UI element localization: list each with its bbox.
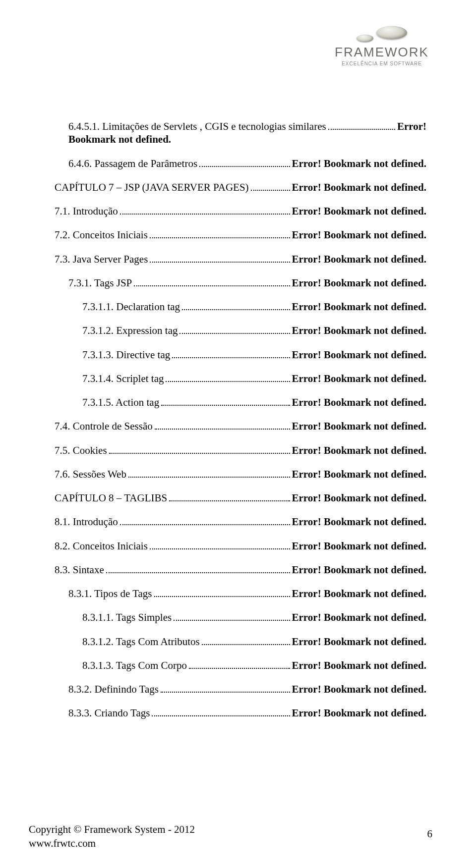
toc-leader-dots (120, 524, 290, 525)
toc-entry-error: Error! Bookmark not defined. (292, 659, 426, 672)
toc-entry: 8.3.1.2. Tags Com AtributosError! Bookma… (55, 635, 426, 648)
toc-entry-error: Error! Bookmark not defined. (292, 228, 426, 241)
toc-entry-error: Error! Bookmark not defined. (292, 205, 426, 217)
toc-entry-label: 7.5. Cookies (55, 444, 107, 457)
toc-leader-dots (106, 572, 290, 573)
toc-entry: 7.5. CookiesError! Bookmark not defined. (55, 444, 426, 457)
toc-entry: 7.3.1.4. Scriplet tagError! Bookmark not… (55, 372, 426, 385)
toc-entry: 7.3. Java Server PagesError! Bookmark no… (55, 253, 426, 266)
toc-entry-label: 8.3.3. Criando Tags (68, 706, 150, 719)
toc-entry-error-line2: Bookmark not defined. (68, 133, 426, 146)
toc-entry: 8.3.1.3. Tags Com CorpoError! Bookmark n… (55, 659, 426, 672)
toc-entry-label: 7.3.1. Tags JSP (68, 276, 132, 289)
toc-leader-dots (128, 477, 290, 478)
toc-entry: 7.1. IntroduçãoError! Bookmark not defin… (55, 205, 426, 217)
toc-leader-dots (328, 129, 395, 130)
toc-entry: 7.3.1.2. Expression tagError! Bookmark n… (55, 324, 426, 337)
toc-entry: 7.6. Sessões WebError! Bookmark not defi… (55, 468, 426, 481)
toc-entry-label: 7.3.1.1. Declaration tag (82, 300, 180, 313)
toc-entry-label: 8.3. Sintaxe (55, 563, 104, 576)
toc-entry: 7.2. Conceitos IniciaisError! Bookmark n… (55, 228, 426, 241)
toc-leader-dots (154, 596, 290, 597)
toc-entry-label: 8.3.1.3. Tags Com Corpo (82, 659, 187, 672)
logo-tagline: EXCELÊNCIA EM SOFTWARE (317, 61, 446, 66)
footer-page-number: 6 (427, 828, 433, 840)
toc-entry-error: Error! Bookmark not defined. (292, 372, 426, 385)
toc-entry: 8.1. IntroduçãoError! Bookmark not defin… (55, 515, 426, 528)
toc-entry-label: 8.3.1.1. Tags Simples (82, 611, 172, 624)
toc-entry-label: 6.4.6. Passagem de Parâmetros (68, 157, 197, 170)
toc-entry: 8.3.1. Tipos de TagsError! Bookmark not … (55, 587, 426, 600)
toc-entry-error: Error! Bookmark not defined. (292, 348, 426, 361)
coin-small-icon (356, 35, 374, 43)
toc-leader-dots (166, 381, 290, 382)
toc-leader-dots (172, 357, 290, 358)
footer-left: Copyright © Framework System - 2012 www.… (29, 823, 195, 850)
toc-leader-dots (189, 668, 290, 669)
toc-entry: 7.3.1.5. Action tagError! Bookmark not d… (55, 396, 426, 409)
page: FRAMEWORK EXCELÊNCIA EM SOFTWARE 6.4.5.1… (0, 0, 476, 868)
toc-entry: 6.4.6. Passagem de ParâmetrosError! Book… (55, 157, 426, 170)
toc-leader-dots (202, 644, 290, 645)
toc-entry-error: Error! (397, 120, 426, 133)
toc-entry-label: 7.3.1.5. Action tag (82, 396, 159, 409)
toc-entry-error: Error! Bookmark not defined. (292, 396, 426, 409)
toc-entry-label: 7.3.1.2. Expression tag (82, 324, 178, 337)
toc-entry: 8.3.1.1. Tags SimplesError! Bookmark not… (55, 611, 426, 624)
toc-entry-label: 8.1. Introdução (55, 515, 118, 528)
toc-entry: 8.3.2. Definindo TagsError! Bookmark not… (55, 683, 426, 696)
toc-entry-error: Error! Bookmark not defined. (292, 706, 426, 719)
footer-copyright: Copyright © Framework System - 2012 (29, 823, 195, 836)
toc-leader-dots (120, 214, 290, 215)
toc-leader-dots (161, 405, 290, 406)
toc-entry-error: Error! Bookmark not defined. (292, 491, 426, 504)
toc-entry: 8.3. SintaxeError! Bookmark not defined. (55, 563, 426, 576)
toc-entry-label: 8.2. Conceitos Iniciais (55, 540, 148, 552)
toc-entry-label: 7.4. Controle de Sessão (55, 420, 153, 433)
toc-entry-label: 8.3.1.2. Tags Com Atributos (82, 635, 200, 648)
logo-brand: FRAMEWORK (317, 45, 446, 60)
toc-entry-error: Error! Bookmark not defined. (292, 540, 426, 552)
toc-leader-dots (150, 262, 290, 263)
toc-entry: 7.3.1.3. Directive tagError! Bookmark no… (55, 348, 426, 361)
toc-entry-label: 7.2. Conceitos Iniciais (55, 228, 148, 241)
toc-entry-label: 7.3. Java Server Pages (55, 253, 148, 266)
toc-entry-label: 7.6. Sessões Web (55, 468, 126, 481)
toc-entry: 7.3.1.1. Declaration tagError! Bookmark … (55, 300, 426, 313)
toc-entry-error: Error! Bookmark not defined. (292, 635, 426, 648)
toc-entry-label: 7.3.1.3. Directive tag (82, 348, 170, 361)
toc-entry-label: CAPÍTULO 8 – TAGLIBS (55, 491, 167, 504)
toc-entry-error: Error! Bookmark not defined. (292, 468, 426, 481)
toc-entry-error: Error! Bookmark not defined. (292, 515, 426, 528)
logo-block: FRAMEWORK EXCELÊNCIA EM SOFTWARE (317, 23, 446, 66)
toc-leader-dots (109, 453, 290, 454)
toc-entry-error: Error! Bookmark not defined. (292, 276, 426, 289)
coin-big-icon (375, 26, 408, 39)
toc-entry: 8.3.3. Criando TagsError! Bookmark not d… (55, 706, 426, 719)
toc-entry: CAPÍTULO 8 – TAGLIBSError! Bookmark not … (55, 491, 426, 504)
toc-leader-dots (199, 166, 290, 167)
toc-entry: 6.4.5.1. Limitações de Servlets , CGIS e… (55, 120, 426, 146)
toc-entry-label: 7.1. Introdução (55, 205, 118, 217)
toc-entry-error: Error! Bookmark not defined. (292, 300, 426, 313)
toc-leader-dots (150, 237, 290, 238)
toc-leader-dots (150, 548, 290, 549)
toc-entry-label: 8.3.2. Definindo Tags (68, 683, 159, 696)
toc-entry-label: 6.4.5.1. Limitações de Servlets , CGIS e… (68, 120, 326, 133)
toc-leader-dots (174, 620, 290, 621)
toc-entry-label: CAPÍTULO 7 – JSP (JAVA SERVER PAGES) (55, 181, 249, 194)
toc-entry-error: Error! Bookmark not defined. (292, 611, 426, 624)
toc-entry-error: Error! Bookmark not defined. (292, 420, 426, 433)
toc-entry-error: Error! Bookmark not defined. (292, 587, 426, 600)
toc-leader-dots (182, 309, 290, 310)
toc-leader-dots (152, 715, 290, 716)
toc-leader-dots (155, 429, 290, 430)
toc-entry-label: 7.3.1.4. Scriplet tag (82, 372, 164, 385)
toc-entry-error: Error! Bookmark not defined. (292, 444, 426, 457)
toc-entry-error: Error! Bookmark not defined. (292, 157, 426, 170)
table-of-contents: 6.4.5.1. Limitações de Servlets , CGIS e… (55, 120, 426, 720)
toc-leader-dots (251, 190, 290, 191)
toc-leader-dots (179, 333, 290, 334)
footer-url: www.frwtc.com (29, 837, 195, 850)
toc-entry: 8.2. Conceitos IniciaisError! Bookmark n… (55, 540, 426, 552)
